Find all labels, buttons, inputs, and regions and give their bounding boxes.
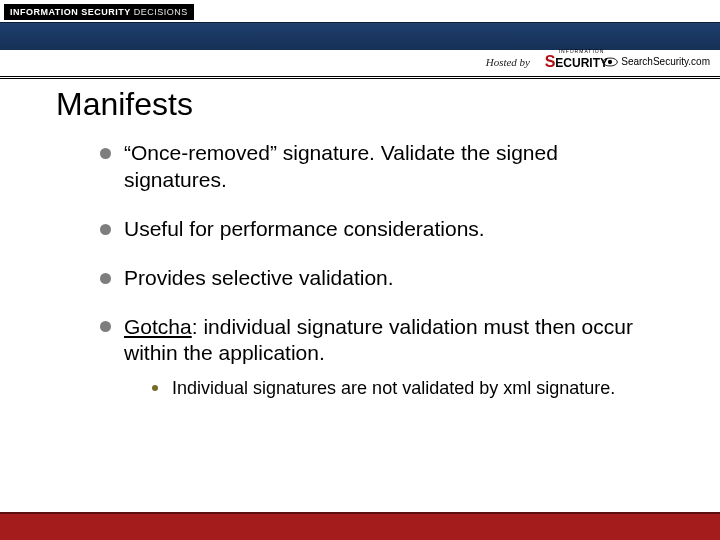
eye-icon bbox=[602, 57, 618, 67]
hosted-by-label: Hosted by bbox=[486, 56, 530, 68]
svg-point-1 bbox=[608, 59, 612, 63]
sponsor-security-top: INFORMATION bbox=[559, 48, 605, 54]
slide-title: Manifests bbox=[56, 86, 193, 123]
sponsor-security-logo: INFORMATION SECURITY bbox=[545, 53, 608, 71]
brand-suffix-text: DECISIONS bbox=[134, 7, 188, 17]
list-item: Provides selective validation. bbox=[100, 265, 640, 292]
footer-red-bar bbox=[0, 512, 720, 540]
list-item: Gotcha: individual signature validation … bbox=[100, 314, 640, 401]
bullet-text: Provides selective validation. bbox=[124, 266, 394, 289]
brand-main-text: INFORMATION SECURITY bbox=[10, 7, 131, 17]
sponsor-security-s: S bbox=[545, 53, 556, 70]
bullet-text: Useful for performance considerations. bbox=[124, 217, 485, 240]
sponsor-searchsecurity-logo: SearchSecurity.com bbox=[602, 56, 710, 67]
header-blue-bar bbox=[0, 22, 720, 52]
list-item-sub: Individual signatures are not validated … bbox=[152, 377, 640, 400]
sub-bullet-text: Individual signatures are not validated … bbox=[172, 378, 615, 398]
list-item: “Once-removed” signature. Validate the s… bbox=[100, 140, 640, 194]
hosted-by-row: Hosted by INFORMATION SECURITY SearchSec… bbox=[0, 50, 720, 77]
sponsor-searchsecurity-text: SearchSecurity.com bbox=[621, 56, 710, 67]
list-item: Useful for performance considerations. bbox=[100, 216, 640, 243]
bullet-text: “Once-removed” signature. Validate the s… bbox=[124, 141, 558, 191]
brand-badge: INFORMATION SECURITY DECISIONS bbox=[4, 4, 194, 20]
bullet-rest: : individual signature validation must t… bbox=[124, 315, 633, 365]
header-underline bbox=[0, 78, 720, 79]
sponsor-security-rest: ECURITY bbox=[555, 56, 608, 70]
slide-body: “Once-removed” signature. Validate the s… bbox=[100, 140, 640, 423]
bullet-lead-underlined: Gotcha bbox=[124, 315, 192, 338]
